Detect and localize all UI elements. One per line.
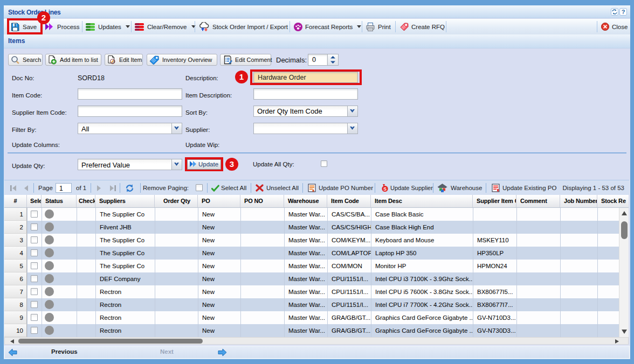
- svg-text:S: S: [383, 186, 387, 192]
